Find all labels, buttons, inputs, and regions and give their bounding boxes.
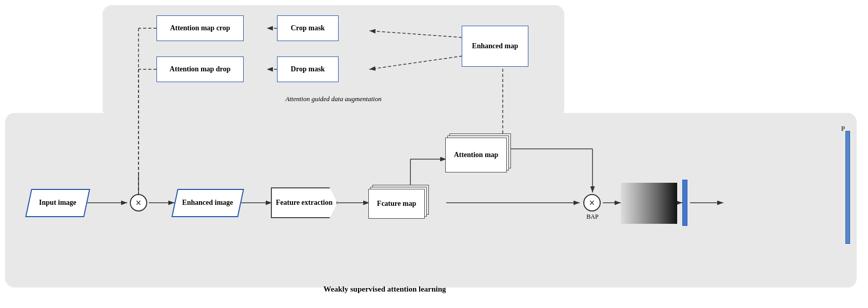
mult-symbol-bap: × — [589, 197, 595, 209]
output-line — [845, 131, 850, 244]
attention-map-drop-label: Attention map drop — [170, 65, 231, 74]
gradient-bar — [621, 183, 677, 224]
enhanced-image-box: Enhanced image — [171, 189, 244, 217]
feature-map-label: Fcature map — [377, 199, 416, 208]
multiply-icon-1: × — [130, 194, 147, 211]
multiply-icon-bap: × — [583, 194, 601, 211]
mult-symbol-1: × — [135, 197, 141, 209]
input-image-label: Input image — [39, 198, 76, 207]
crop-mask-label: Crop mask — [291, 24, 325, 33]
feature-extraction-box: Feature extraction — [271, 187, 338, 218]
crop-mask-box: Crop mask — [277, 15, 339, 41]
attention-map-crop-label: Attention map crop — [170, 24, 230, 33]
drop-mask-label: Drop mask — [291, 65, 325, 74]
enhanced-image-label: Enhanced image — [182, 198, 233, 207]
feature-extraction-label: Feature extraction — [276, 198, 333, 207]
classifier-bar — [682, 180, 687, 226]
enhanced-map-top-label: Enhanced map — [472, 42, 518, 51]
input-image-box: Input image — [25, 189, 90, 217]
p-label: p — [841, 123, 845, 131]
stack-layer-1: Fcature map — [368, 189, 425, 219]
attention-map-main-label: Attention map — [454, 150, 499, 160]
attention-map-crop-box: Attention map crop — [156, 15, 244, 41]
attention-map-stack: Attention map — [445, 133, 512, 175]
attention-map-drop-box: Attention map drop — [156, 56, 244, 82]
enhanced-map-top-box: Enhanced map — [462, 26, 528, 67]
top-region-label: Attention guided data augmentation — [174, 95, 492, 103]
feature-map-stack: Fcature map — [368, 185, 430, 221]
drop-mask-box: Drop mask — [277, 56, 339, 82]
diagram-container: Attention map crop Attention map drop Cr… — [0, 0, 868, 308]
bottom-region-label: Weakly supervised attention learning — [205, 285, 564, 294]
attn-stack-layer-1: Attention map — [445, 138, 507, 172]
bap-label: BAP — [580, 213, 605, 221]
